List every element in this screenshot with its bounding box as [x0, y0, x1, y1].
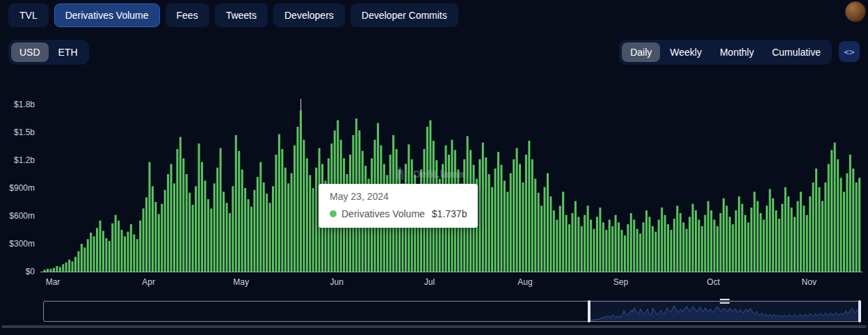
x-axis-tick-label: Jul	[424, 277, 435, 287]
navigator-mini-chart	[44, 302, 860, 321]
x-axis-tick-label: Mar	[46, 277, 61, 287]
currency-toggle: USDETH	[8, 40, 89, 65]
currency-option-eth[interactable]: ETH	[50, 42, 86, 62]
navigator-move-handle[interactable]	[720, 299, 730, 304]
tab-fees[interactable]: Fees	[166, 3, 209, 27]
y-axis-tick-label: $0	[0, 267, 35, 276]
x-axis-tick-label: Sep	[613, 277, 628, 287]
tab-tvl[interactable]: TVL	[8, 3, 49, 27]
horizontal-scrollbar[interactable]	[1, 325, 867, 328]
currency-option-usd[interactable]: USD	[11, 42, 49, 62]
navigator-left-handle[interactable]	[588, 300, 590, 322]
interval-toggle: DailyWeeklyMonthlyCumulative	[619, 40, 832, 65]
x-axis-tick-label: May	[233, 277, 249, 287]
tooltip-series-name: Derivatives Volume	[341, 208, 425, 219]
y-axis-tick-label: $600m	[0, 211, 35, 221]
interval-option-cumulative[interactable]: Cumulative	[764, 42, 829, 62]
tooltip-row: Derivatives Volume $1.737b	[330, 208, 467, 219]
x-axis-tick-label: Oct	[707, 277, 720, 287]
y-axis-tick-label: $1.5b	[0, 127, 35, 137]
tab-bar: TVLDerivatives VolumeFeesTweetsDeveloper…	[8, 3, 458, 27]
x-axis-tick-label: Nov	[802, 277, 817, 287]
x-axis-tick-label: Aug	[517, 277, 532, 287]
date-range-navigator[interactable]	[43, 301, 861, 322]
y-axis-tick-label: $1.2b	[0, 155, 35, 165]
navigator-right-handle[interactable]	[858, 300, 861, 322]
y-axis-tick-label: $300m	[0, 239, 35, 249]
tab-developer-commits[interactable]: Developer Commits	[351, 3, 458, 27]
llama-watermark-icon	[392, 166, 408, 181]
interval-option-weekly[interactable]: Weekly	[661, 42, 710, 62]
tooltip-date: May 23, 2024	[330, 191, 467, 202]
embed-code-button[interactable]: <>	[839, 41, 860, 62]
defillama-logo[interactable]	[845, 1, 866, 22]
x-axis-tick-label: Apr	[142, 277, 155, 287]
watermark-text: DefiLlama	[413, 168, 465, 180]
interval-option-daily[interactable]: Daily	[622, 42, 660, 62]
tab-developers[interactable]: Developers	[273, 3, 345, 27]
defillama-watermark: DefiLlama	[392, 166, 465, 181]
tooltip-value: $1.737b	[432, 208, 467, 219]
x-axis-tick-label: Jun	[330, 277, 344, 287]
series-dot-icon	[330, 210, 337, 217]
chart-tooltip: May 23, 2024 Derivatives Volume $1.737b	[319, 184, 478, 228]
code-icon: <>	[844, 47, 855, 57]
tab-tweets[interactable]: Tweets	[215, 3, 268, 27]
y-axis-tick-label: $900m	[0, 183, 35, 193]
interval-option-monthly[interactable]: Monthly	[712, 42, 762, 62]
y-axis-tick-label: $1.8b	[0, 100, 35, 109]
tab-derivatives-volume[interactable]: Derivatives Volume	[54, 3, 160, 27]
